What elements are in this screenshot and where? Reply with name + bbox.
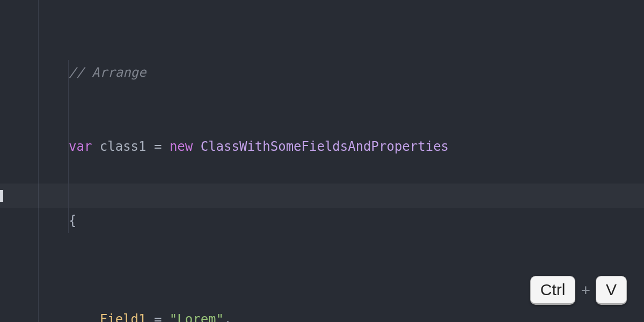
comment-token: // Arrange xyxy=(69,65,147,80)
code-editor[interactable]: // Arrange var class1 = new ClassWithSom… xyxy=(39,11,449,322)
key-ctrl: Ctrl xyxy=(530,276,576,305)
key-v: V xyxy=(596,276,627,305)
plus-icon: + xyxy=(581,278,590,303)
string-token: "Lorem" xyxy=(170,312,224,322)
keyword-token: var xyxy=(69,139,92,154)
code-line: // Arrange xyxy=(69,60,449,85)
code-line: Field1 = "Lorem", xyxy=(69,307,449,322)
class-token: ClassWithSomeFieldsAndProperties xyxy=(201,139,449,154)
operator-token: = xyxy=(154,312,162,322)
keyword-token: new xyxy=(170,139,193,154)
operator-token: = xyxy=(147,139,170,154)
field-token: Field1 xyxy=(100,312,147,322)
brace-token: { xyxy=(69,213,76,228)
shortcut-overlay: Ctrl + V xyxy=(530,276,627,305)
editor-gutter xyxy=(0,0,39,322)
variable-token: class1 xyxy=(100,139,147,154)
code-line: var class1 = new ClassWithSomeFieldsAndP… xyxy=(69,134,449,159)
code-line: { xyxy=(69,208,449,233)
comma-token: , xyxy=(224,312,231,322)
caret-marker xyxy=(0,190,3,202)
